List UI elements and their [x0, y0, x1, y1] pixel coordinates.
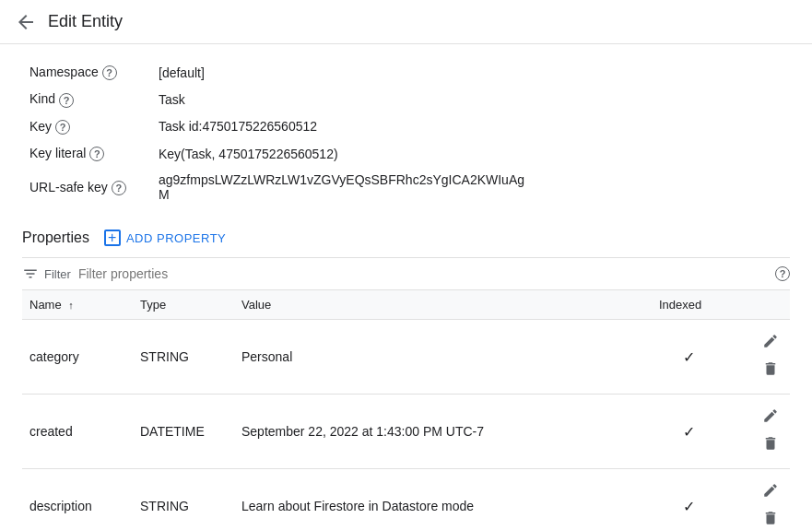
- plus-icon: +: [104, 230, 121, 246]
- cell-value: Personal: [234, 320, 652, 395]
- indexed-check: ✓: [683, 499, 695, 514]
- col-header-actions: [725, 290, 790, 320]
- entity-label: Key literal?: [22, 140, 151, 167]
- filter-help-icon[interactable]: ?: [775, 266, 790, 281]
- properties-title: Properties: [22, 230, 89, 246]
- cell-name: description: [22, 469, 133, 530]
- filter-label-wrap: Filter: [22, 265, 71, 282]
- entity-info-row: URL-safe key? ag9zfmpsLWZzLWRzLW1vZGVyEQ…: [22, 167, 538, 207]
- entity-info-table: Namespace? [default] Kind? Task Key? Tas…: [22, 59, 538, 207]
- cell-indexed: ✓: [652, 320, 725, 395]
- page-header: Edit Entity: [0, 0, 812, 44]
- entity-info-row: Kind? Task: [22, 86, 538, 112]
- sort-arrow-icon: ↑: [68, 300, 74, 311]
- filter-label: Filter: [44, 267, 71, 281]
- help-icon[interactable]: ?: [102, 65, 117, 80]
- delete-icon: [762, 510, 779, 526]
- cell-type: STRING: [133, 469, 234, 530]
- filter-input[interactable]: [78, 266, 775, 281]
- edit-icon: [762, 333, 779, 349]
- entity-label: Namespace?: [22, 59, 151, 86]
- help-icon[interactable]: ?: [59, 93, 74, 108]
- cell-actions: [725, 320, 790, 395]
- entity-label: Key?: [22, 113, 151, 140]
- entity-value: Task: [151, 86, 538, 112]
- indexed-check: ✓: [683, 424, 695, 440]
- cell-type: DATETIME: [133, 395, 234, 469]
- add-property-label: ADD PROPERTY: [126, 231, 226, 245]
- entity-value: [default]: [151, 59, 538, 86]
- entity-label: Kind?: [22, 86, 151, 112]
- filter-icon: [22, 265, 39, 282]
- entity-label: URL-safe key?: [22, 167, 151, 207]
- add-property-button[interactable]: + ADD PROPERTY: [104, 230, 226, 246]
- delete-icon: [762, 360, 779, 377]
- cell-indexed: ✓: [652, 469, 725, 530]
- back-button[interactable]: [15, 11, 37, 33]
- entity-value: Task id:4750175226560512: [151, 113, 538, 140]
- cell-name: created: [22, 395, 133, 469]
- properties-header: Properties + ADD PROPERTY: [22, 230, 790, 246]
- table-body: category STRING Personal ✓ created DATET…: [22, 320, 790, 530]
- col-header-indexed: Indexed: [652, 290, 725, 320]
- help-icon[interactable]: ?: [112, 181, 126, 195]
- help-icon[interactable]: ?: [89, 147, 104, 161]
- cell-type: STRING: [133, 320, 234, 395]
- cell-indexed: ✓: [652, 395, 725, 469]
- page-title: Edit Entity: [48, 12, 123, 31]
- table-row: category STRING Personal ✓: [22, 320, 790, 395]
- edit-row-button[interactable]: [759, 404, 783, 431]
- entity-info-section: Namespace? [default] Kind? Task Key? Tas…: [22, 59, 538, 207]
- edit-row-button[interactable]: [759, 329, 783, 357]
- entity-info-row: Namespace? [default]: [22, 59, 538, 86]
- edit-icon: [762, 407, 779, 424]
- col-header-value: Value: [234, 290, 652, 320]
- help-icon[interactable]: ?: [55, 120, 70, 135]
- table-header: Name ↑ Type Value Indexed: [22, 290, 790, 320]
- edit-icon: [762, 482, 779, 499]
- col-header-name[interactable]: Name ↑: [22, 290, 133, 320]
- indexed-check: ✓: [683, 349, 695, 365]
- col-header-type: Type: [133, 290, 234, 320]
- entity-value: ag9zfmpsLWZzLWRzLW1vZGVyEQsSBFRhc2sYgICA…: [151, 167, 538, 207]
- cell-value: Learn about Firestore in Datastore mode: [234, 469, 652, 530]
- cell-name: category: [22, 320, 133, 395]
- cell-actions: [725, 395, 790, 469]
- main-content: Namespace? [default] Kind? Task Key? Tas…: [0, 44, 812, 530]
- table-row: description STRING Learn about Firestore…: [22, 469, 790, 530]
- delete-row-button[interactable]: [759, 506, 783, 530]
- delete-row-button[interactable]: [759, 431, 783, 459]
- entity-value: Key(Task, 4750175226560512): [151, 140, 538, 167]
- filter-bar: Filter ?: [22, 257, 790, 290]
- edit-row-button[interactable]: [759, 478, 783, 506]
- entity-info-row: Key? Task id:4750175226560512: [22, 113, 538, 140]
- back-arrow-icon: [15, 11, 37, 33]
- cell-value: September 22, 2022 at 1:43:00 PM UTC-7: [234, 395, 652, 469]
- entity-info-row: Key literal? Key(Task, 4750175226560512): [22, 140, 538, 167]
- cell-actions: [725, 469, 790, 530]
- properties-table: Name ↑ Type Value Indexed category STRIN…: [22, 290, 790, 530]
- delete-row-button[interactable]: [759, 357, 783, 384]
- table-row: created DATETIME September 22, 2022 at 1…: [22, 395, 790, 469]
- delete-icon: [762, 435, 779, 452]
